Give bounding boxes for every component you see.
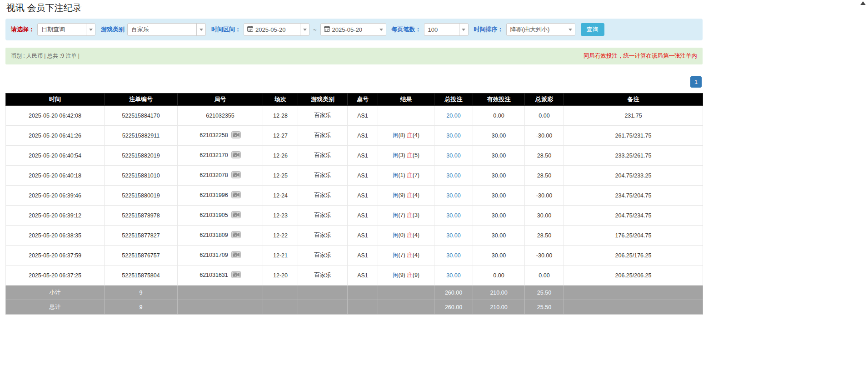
cell-game-type: 百家乐 — [298, 146, 348, 166]
cell-payout: 28.50 — [525, 226, 564, 246]
cell-valid-bet: 30.00 — [473, 226, 525, 246]
replay-video-icon[interactable] — [231, 151, 241, 160]
replay-video-icon[interactable] — [231, 211, 241, 220]
cell-total-bet: 30.00 — [434, 126, 473, 146]
page-size-value: 100 — [424, 26, 459, 33]
table-body: 2025-05-20 06:42:08522515884170621032355… — [6, 106, 703, 286]
cell-result: 闲(3) 庄(5) — [378, 146, 434, 166]
total-bet-link[interactable]: 30.00 — [446, 232, 460, 239]
result-banker-count: (5) — [413, 152, 419, 158]
query-type-select[interactable]: 日期查询 — [37, 23, 95, 36]
cell-round-no: 621031996 — [178, 186, 263, 206]
table-row: 2025-05-20 06:40:18522515881010621032078… — [6, 166, 703, 186]
result-banker-count: (4) — [413, 252, 419, 258]
replay-video-icon[interactable] — [231, 251, 241, 260]
header-game-type: 游戏类别 — [298, 94, 348, 106]
table-row: 2025-05-20 06:39:46522515880019621031996… — [6, 186, 703, 206]
result-player: 闲 — [393, 232, 399, 238]
replay-video-icon[interactable] — [231, 271, 241, 280]
cell-table-no: AS1 — [348, 246, 378, 266]
footer-valid-bet: 210.00 — [473, 300, 525, 315]
replay-video-icon[interactable] — [231, 171, 241, 180]
result-player: 闲 — [393, 192, 399, 198]
cell-bet-id: 522515876757 — [105, 246, 178, 266]
cell-remark: 261.75/231.75 — [564, 126, 703, 146]
cell-round-no: 621032258 — [178, 126, 263, 146]
cell-valid-bet: 30.00 — [473, 126, 525, 146]
date-to-value: 2025-05-20 — [330, 26, 377, 33]
total-bet-link[interactable]: 30.00 — [446, 133, 460, 139]
result-banker-count: (3) — [413, 212, 419, 218]
total-bet-link[interactable]: 30.00 — [446, 252, 460, 259]
cell-game-type: 百家乐 — [298, 206, 348, 226]
cell-round-no: 621031631 — [178, 266, 263, 286]
footer-total-bet: 260.00 — [434, 286, 473, 300]
cell-valid-bet: 0.00 — [473, 106, 525, 126]
game-type-select[interactable]: 百家乐 — [127, 23, 206, 36]
time-sort-select[interactable]: 降幂(由大到小) — [506, 23, 575, 36]
cell-table-no: AS1 — [348, 146, 378, 166]
select-type-label: 请选择： — [11, 25, 35, 34]
total-bet-link[interactable]: 20.00 — [446, 113, 460, 119]
cell-time: 2025-05-20 06:37:59 — [6, 246, 105, 266]
replay-video-icon[interactable] — [231, 191, 241, 200]
page-size-label: 每页笔数： — [392, 25, 421, 34]
footer-payout: 25.50 — [525, 286, 564, 300]
result-banker-count: (4) — [413, 232, 419, 238]
date-from-value: 2025-05-20 — [253, 26, 300, 33]
replay-video-icon[interactable] — [231, 231, 241, 240]
header-round-no: 局号 — [178, 94, 263, 106]
result-banker-count: (9) — [413, 272, 419, 278]
cell-payout: -30.00 — [525, 186, 564, 206]
cell-bet-id: 522515877827 — [105, 226, 178, 246]
result-player: 闲 — [393, 172, 399, 178]
cell-result: 闲(9) 庄(9) — [378, 266, 434, 286]
cell-total-bet: 30.00 — [434, 166, 473, 186]
cell-table-no: AS1 — [348, 206, 378, 226]
round-number: 621031809 — [200, 232, 228, 238]
page-size-select[interactable]: 100 — [424, 23, 469, 36]
result-player-count: (3) — [398, 152, 405, 158]
cell-table-no: AS1 — [348, 226, 378, 246]
cell-table-no: AS1 — [348, 266, 378, 286]
table-row: 2025-05-20 06:37:59522515876757621031709… — [6, 246, 703, 266]
cell-table-no: AS1 — [348, 106, 378, 126]
result-banker: 庄 — [407, 212, 413, 218]
total-bet-link[interactable]: 30.00 — [446, 153, 460, 159]
footer-empty-session — [263, 300, 298, 315]
date-from-select[interactable]: 2025-05-20 — [244, 23, 309, 36]
footer-label: 小计 — [6, 286, 105, 300]
header-time: 时间 — [6, 94, 105, 106]
currency-summary: 币别 : 人民币 | 总共 :9 注单 | — [11, 52, 80, 60]
main-content: 视讯 会员下注纪录 请选择： 日期查询 游戏类别 百家乐 时间区间： 2025-… — [5, 2, 703, 389]
search-button[interactable]: 查询 — [581, 23, 604, 36]
round-number: 621031709 — [200, 252, 228, 258]
cell-bet-id: 522515878978 — [105, 206, 178, 226]
result-banker-count: (4) — [413, 132, 419, 138]
header-total-bet: 总投注 — [434, 94, 473, 106]
header-valid-bet: 有效投注 — [473, 94, 525, 106]
cell-bet-id: 522515882019 — [105, 146, 178, 166]
table-header: 时间 注单编号 局号 场次 游戏类别 桌号 结果 总投注 有效投注 总派彩 备注 — [6, 94, 703, 106]
date-to-select[interactable]: 2025-05-20 — [320, 23, 386, 36]
total-bet-link[interactable]: 30.00 — [446, 272, 460, 279]
page-1-button[interactable]: 1 — [690, 76, 702, 88]
cell-remark: 233.25/261.75 — [564, 146, 703, 166]
scroll-up-icon[interactable] — [860, 1, 866, 5]
cell-total-bet: 30.00 — [434, 226, 473, 246]
replay-video-icon[interactable] — [231, 131, 241, 140]
cell-remark: 204.75/233.25 — [564, 166, 703, 186]
result-banker: 庄 — [407, 132, 413, 138]
result-banker-count: (4) — [413, 192, 419, 198]
cell-remark: 176.25/204.75 — [564, 226, 703, 246]
result-banker: 庄 — [407, 172, 413, 178]
total-bet-link[interactable]: 30.00 — [446, 212, 460, 219]
total-bet-link[interactable]: 30.00 — [446, 172, 460, 179]
grand-total-row: 总计9260.00210.0025.50 — [6, 300, 703, 315]
result-player: 闲 — [393, 132, 399, 138]
total-bet-link[interactable]: 30.00 — [446, 192, 460, 199]
footer-empty-round — [178, 300, 263, 315]
chevron-down-icon — [196, 24, 205, 35]
cell-result: 闲(9) 庄(4) — [378, 186, 434, 206]
cell-valid-bet: 30.00 — [473, 146, 525, 166]
